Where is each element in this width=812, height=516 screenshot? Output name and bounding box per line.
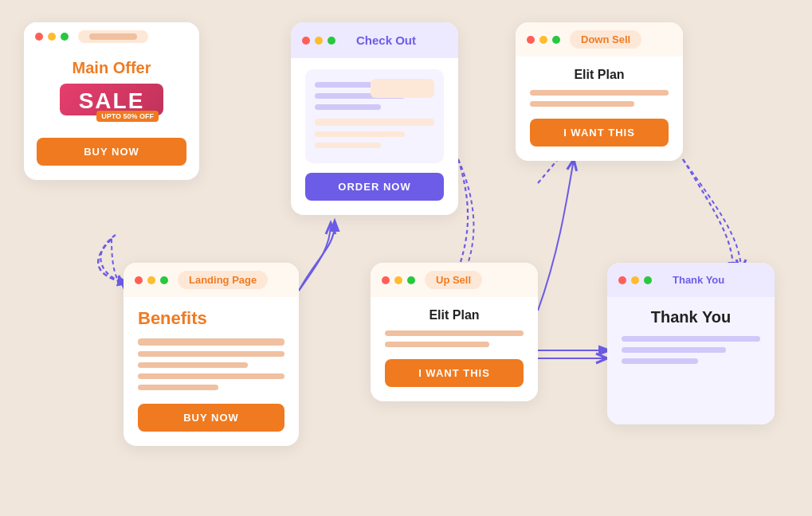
checkout-line-5 bbox=[315, 131, 405, 137]
downsell-card: Down Sell Elit Plan I WANT THIS bbox=[516, 22, 683, 161]
dot-yellow bbox=[48, 33, 56, 41]
dot-red bbox=[35, 33, 43, 41]
upsell-line-2 bbox=[385, 342, 489, 347]
thankyou-line-1 bbox=[622, 336, 760, 342]
dot-yellow bbox=[631, 276, 639, 284]
upsell-plan-title: Elit Plan bbox=[385, 308, 524, 322]
checkout-title-badge: Check Out bbox=[345, 30, 427, 50]
main-offer-card: Main Offer SALE UPTO 50% OFF BUY NOW bbox=[24, 22, 199, 180]
card-header-main-offer bbox=[24, 22, 199, 51]
dot-red bbox=[527, 36, 535, 44]
sale-text: SALE bbox=[74, 90, 149, 112]
dot-green bbox=[407, 276, 415, 284]
dot-green bbox=[160, 276, 168, 284]
checkout-line-3 bbox=[315, 104, 381, 110]
thankyou-body: Thank You bbox=[607, 297, 775, 424]
checkout-body: ORDER NOW bbox=[291, 58, 458, 215]
landing-line-5 bbox=[138, 385, 218, 390]
card-header-landing: Landing Page bbox=[124, 263, 299, 297]
downsell-line-2 bbox=[530, 101, 634, 107]
dot-green bbox=[328, 37, 335, 45]
landing-buy-button[interactable]: BUY NOW bbox=[138, 404, 284, 432]
card-header-upsell: Up Sell bbox=[371, 263, 538, 297]
sale-sub-text: UPTO 50% OFF bbox=[96, 111, 159, 122]
dot-green bbox=[552, 36, 560, 44]
dot-green bbox=[61, 33, 69, 41]
thankyou-line-3 bbox=[622, 358, 698, 364]
card-header-checkout: Check Out bbox=[291, 22, 458, 58]
landing-line-2 bbox=[138, 351, 284, 357]
main-offer-body: Main Offer SALE UPTO 50% OFF BUY NOW bbox=[24, 51, 199, 180]
dot-red bbox=[618, 276, 626, 284]
downsell-title-badge: Down Sell bbox=[570, 30, 641, 49]
dot-red bbox=[302, 37, 310, 45]
main-offer-buy-button[interactable]: BUY NOW bbox=[37, 138, 186, 166]
card-header-thankyou: Thank You bbox=[607, 263, 775, 297]
dot-red bbox=[382, 276, 390, 284]
downsell-want-button[interactable]: I WANT THIS bbox=[530, 119, 669, 147]
dot-green bbox=[644, 276, 652, 284]
thankyou-title-badge: Thank You bbox=[661, 271, 736, 289]
upsell-line-1 bbox=[385, 330, 524, 336]
dot-yellow bbox=[539, 36, 547, 44]
card-header-downsell: Down Sell bbox=[516, 22, 683, 57]
thankyou-line-2 bbox=[622, 347, 726, 353]
landing-benefits-title: Benefits bbox=[138, 308, 284, 329]
upsell-body: Elit Plan I WANT THIS bbox=[371, 297, 538, 401]
checkout-line-4 bbox=[315, 119, 434, 126]
dot-red bbox=[135, 276, 143, 284]
sale-badge: SALE UPTO 50% OFF bbox=[60, 84, 163, 115]
landing-line-1 bbox=[138, 338, 284, 346]
downsell-body: Elit Plan I WANT THIS bbox=[516, 57, 683, 161]
upsell-want-button[interactable]: I WANT THIS bbox=[385, 359, 524, 387]
downsell-line-1 bbox=[530, 90, 669, 96]
thankyou-card: Thank You Thank You bbox=[607, 263, 775, 424]
checkout-input-box bbox=[371, 79, 434, 98]
landing-line-3 bbox=[138, 362, 248, 368]
checkout-line-6 bbox=[315, 143, 381, 148]
landing-body: Benefits BUY NOW bbox=[124, 297, 299, 446]
dot-yellow bbox=[315, 37, 323, 45]
downsell-plan-title: Elit Plan bbox=[530, 68, 669, 82]
checkout-form bbox=[305, 69, 444, 163]
upsell-title-badge: Up Sell bbox=[425, 271, 482, 289]
checkout-card: Check Out ORDER NOW bbox=[291, 22, 458, 215]
thankyou-heading: Thank You bbox=[622, 308, 760, 326]
dot-yellow bbox=[147, 276, 155, 284]
landing-line-4 bbox=[138, 373, 284, 379]
main-offer-heading: Main Offer bbox=[73, 59, 151, 77]
landing-card: Landing Page Benefits BUY NOW bbox=[124, 263, 299, 446]
upsell-card: Up Sell Elit Plan I WANT THIS bbox=[371, 263, 538, 401]
landing-title-badge: Landing Page bbox=[178, 271, 268, 289]
checkout-order-button[interactable]: ORDER NOW bbox=[305, 173, 444, 201]
dot-yellow bbox=[394, 276, 402, 284]
main-offer-title-bar bbox=[78, 30, 148, 43]
